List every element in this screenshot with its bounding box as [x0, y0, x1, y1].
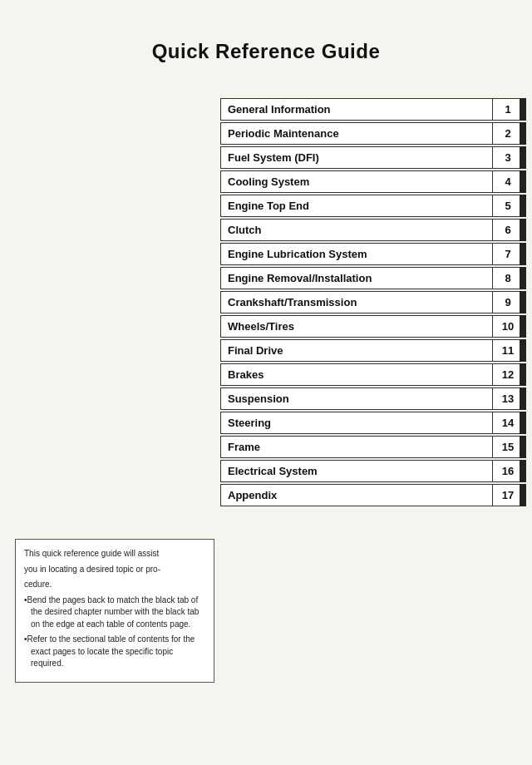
toc-number: 8: [493, 268, 523, 289]
toc-label: Periodic Maintenance: [221, 123, 493, 144]
toc-label: Crankshaft/Transmission: [221, 292, 493, 313]
toc-number: 9: [493, 292, 523, 313]
toc-number: 4: [493, 171, 523, 192]
toc-label: Fuel System (DFI): [221, 147, 493, 168]
sidebar-line1: This quick reference guide will assist: [24, 548, 205, 560]
toc-label: Suspension: [221, 388, 493, 409]
toc-number: 2: [493, 123, 523, 144]
toc-row[interactable]: Final Drive11: [220, 339, 524, 362]
toc-container: General Information1Periodic Maintenance…: [220, 98, 524, 508]
toc-number: 17: [493, 485, 523, 506]
toc-label: Wheels/Tires: [221, 316, 493, 337]
toc-label: Engine Lubrication System: [221, 244, 493, 264]
toc-row[interactable]: Cooling System4: [220, 170, 524, 193]
page: Quick Reference Guide General Informatio…: [0, 0, 532, 765]
sidebar-bullet2: •Refer to the sectional table of content…: [31, 634, 205, 670]
toc-row[interactable]: Brakes12: [220, 363, 524, 386]
toc-row[interactable]: Electrical System16: [220, 460, 524, 482]
toc-label: General Information: [221, 99, 493, 120]
sidebar-line2: you in locating a desired topic or pro-: [24, 564, 205, 576]
toc-number: 10: [493, 316, 523, 337]
toc-number: 7: [493, 244, 523, 264]
toc-number: 13: [493, 388, 523, 409]
toc-row[interactable]: Steering14: [220, 412, 524, 434]
sidebar-bullet1: •Bend the pages back to match the black …: [31, 595, 205, 631]
toc-row[interactable]: Suspension13: [220, 387, 524, 410]
toc-label: Engine Top End: [221, 195, 493, 216]
toc-label: Frame: [221, 437, 493, 457]
toc-row[interactable]: Appendix17: [220, 484, 524, 506]
toc-label: Clutch: [221, 220, 493, 240]
toc-row[interactable]: Fuel System (DFI)3: [220, 146, 524, 169]
toc-number: 11: [493, 340, 523, 361]
toc-number: 15: [493, 437, 523, 457]
toc-row[interactable]: Engine Removal/Installation8: [220, 267, 524, 289]
toc-row[interactable]: Periodic Maintenance2: [220, 122, 524, 145]
toc-row[interactable]: Engine Lubrication System7: [220, 243, 524, 265]
toc-number: 16: [493, 461, 523, 481]
sidebar-line3: cedure.: [24, 579, 205, 591]
toc-row[interactable]: Wheels/Tires10: [220, 315, 524, 338]
toc-row[interactable]: General Information1: [220, 98, 524, 121]
toc-row[interactable]: Frame15: [220, 436, 524, 458]
toc-row[interactable]: Clutch6: [220, 219, 524, 241]
toc-number: 5: [493, 195, 523, 216]
page-title: Quick Reference Guide: [0, 0, 532, 88]
toc-row[interactable]: Engine Top End5: [220, 195, 524, 217]
toc-number: 12: [493, 364, 523, 385]
toc-row[interactable]: Crankshaft/Transmission9: [220, 291, 524, 313]
sidebar-note: This quick reference guide will assist y…: [15, 539, 214, 683]
toc-label: Steering: [221, 412, 493, 433]
toc-number: 3: [493, 147, 523, 168]
toc-label: Electrical System: [221, 461, 493, 481]
toc-label: Engine Removal/Installation: [221, 268, 493, 289]
toc-label: Appendix: [221, 485, 493, 506]
toc-number: 1: [493, 99, 523, 120]
toc-label: Final Drive: [221, 340, 493, 361]
toc-number: 14: [493, 412, 523, 433]
toc-label: Cooling System: [221, 171, 493, 192]
toc-label: Brakes: [221, 364, 493, 385]
toc-number: 6: [493, 220, 523, 240]
